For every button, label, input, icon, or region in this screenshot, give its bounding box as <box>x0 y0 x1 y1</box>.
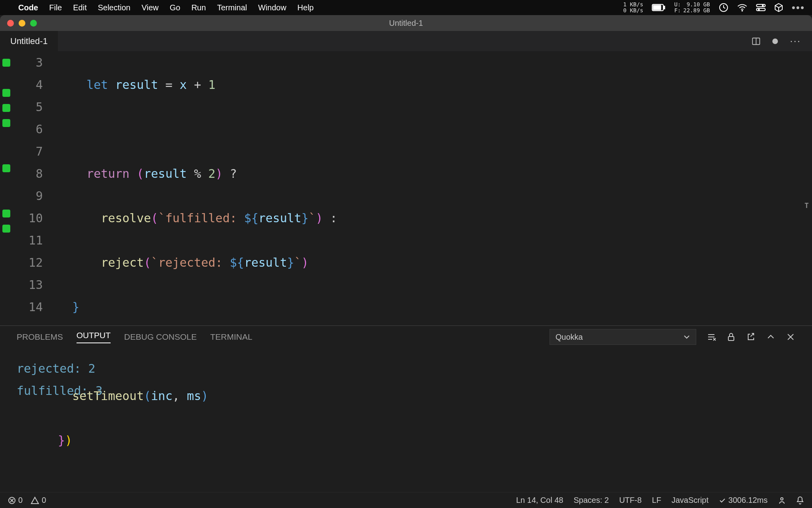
line-number: 5 <box>13 96 43 118</box>
tok: , <box>172 389 180 403</box>
line-number-gutter: 3 4 5 6 7 8 9 10 11 12 13 14 <box>13 52 51 325</box>
panel-tab-problems[interactable]: PROBLEMS <box>17 332 63 342</box>
tok: ` <box>158 211 165 225</box>
tok: : <box>330 211 337 225</box>
status-warnings[interactable]: 0 <box>31 496 46 505</box>
tok: 1 <box>208 78 215 92</box>
battery-icon[interactable] <box>652 4 665 11</box>
wifi-icon[interactable] <box>737 4 747 12</box>
warning-icon <box>31 496 39 504</box>
code-line[interactable]: return (result % 2) ? <box>58 163 812 185</box>
tok: ( <box>144 389 151 403</box>
code-line[interactable]: }) <box>58 429 812 452</box>
tok: + <box>194 78 201 92</box>
code-line[interactable]: setTimeout(inc, ms) <box>58 385 812 407</box>
code-editor[interactable]: 3 4 5 6 7 8 9 10 11 12 13 14 let result … <box>0 52 812 325</box>
menu-run[interactable]: Run <box>192 3 206 12</box>
editor-more-icon[interactable]: ··· <box>790 35 801 47</box>
clock-icon[interactable] <box>719 3 728 12</box>
tok: ( <box>151 211 158 225</box>
code-line[interactable] <box>58 474 812 496</box>
svg-rect-5 <box>756 4 765 7</box>
disk-f-value: 22.89 GB <box>683 8 710 13</box>
tok: ms <box>187 389 201 403</box>
tok: } <box>72 300 79 314</box>
tok: ) <box>65 433 72 447</box>
net-down: 0 KB/s <box>623 8 643 13</box>
svg-point-4 <box>741 10 743 12</box>
close-window-button[interactable] <box>7 20 14 27</box>
menu-edit[interactable]: Edit <box>73 3 86 12</box>
tok: ` <box>151 256 158 269</box>
tok: inc <box>151 389 172 403</box>
gutter-marker <box>2 134 10 142</box>
warnings-count: 0 <box>42 496 46 505</box>
disk-u-value: 9.10 GB <box>683 2 710 8</box>
gutter-marker <box>2 164 10 172</box>
tok: $ <box>244 211 251 225</box>
tok: ) <box>215 167 222 181</box>
line-number: 7 <box>13 140 43 163</box>
gutter-marker <box>2 104 10 112</box>
minimap[interactable]: T <box>803 52 812 325</box>
code-line[interactable]: reject(`rejected: ${result}`) <box>58 252 812 274</box>
code-line[interactable]: } <box>58 296 812 318</box>
tok: ) <box>301 256 308 269</box>
minimap-mark: T <box>804 194 811 204</box>
menu-terminal[interactable]: Terminal <box>217 3 247 12</box>
tok: % <box>194 167 201 181</box>
gutter-marker <box>2 149 10 157</box>
app-name[interactable]: Code <box>18 3 38 12</box>
gutter-marker <box>2 210 10 217</box>
status-errors[interactable]: 0 <box>8 496 23 505</box>
disk-u-label: U: <box>674 2 681 8</box>
line-number: 12 <box>13 252 43 274</box>
zoom-window-button[interactable] <box>30 20 37 27</box>
svg-rect-7 <box>756 8 765 11</box>
tok: fulfilled: <box>165 211 244 225</box>
code-line[interactable] <box>58 118 812 140</box>
modified-indicator-icon[interactable] <box>772 38 778 44</box>
tok: resolve <box>101 211 151 225</box>
tab-untitled-1[interactable]: Untitled-1 <box>0 31 58 51</box>
tok: ( <box>137 167 144 181</box>
control-center-icon[interactable] <box>756 4 766 12</box>
line-number: 10 <box>13 207 43 229</box>
menubar-overflow-icon[interactable]: ••• <box>792 2 805 14</box>
tok: } <box>301 211 308 225</box>
tok: x <box>180 78 187 92</box>
menu-selection[interactable]: Selection <box>98 3 130 12</box>
tok: { <box>251 211 259 225</box>
tok: ` <box>308 211 316 225</box>
code-line[interactable] <box>58 341 812 363</box>
code-line[interactable]: resolve(`fulfilled: ${result}`) : <box>58 207 812 229</box>
tok: result <box>244 256 287 269</box>
tok: } <box>287 256 294 269</box>
minimize-window-button[interactable] <box>19 20 25 27</box>
gutter-marker <box>2 119 10 127</box>
code-line[interactable]: let result = x + 1 <box>58 74 812 96</box>
menu-view[interactable]: View <box>142 3 159 12</box>
tok: ) <box>316 211 323 225</box>
tok: reject <box>101 256 144 269</box>
gutter-marker <box>2 194 10 202</box>
menu-go[interactable]: Go <box>170 3 180 12</box>
editor-tabbar: Untitled-1 ··· <box>0 31 812 52</box>
network-speed: 1 KB/s 0 KB/s <box>623 2 643 13</box>
tok: return <box>86 167 129 181</box>
svg-point-8 <box>758 9 760 10</box>
code-area[interactable]: let result = x + 1 return (result % 2) ?… <box>51 52 812 325</box>
split-editor-icon[interactable] <box>752 37 760 46</box>
menu-help[interactable]: Help <box>297 3 314 12</box>
tok: setTimeout <box>72 389 144 403</box>
tok: ` <box>294 256 301 269</box>
gutter-marker <box>2 225 10 233</box>
package-icon[interactable] <box>774 3 783 12</box>
line-number: 14 <box>13 296 43 318</box>
tok: result <box>259 211 301 225</box>
tok: rejected: <box>158 256 230 269</box>
tok: let <box>86 78 108 92</box>
menu-file[interactable]: File <box>49 3 62 12</box>
tok: result <box>144 167 187 181</box>
menu-window[interactable]: Window <box>258 3 286 12</box>
